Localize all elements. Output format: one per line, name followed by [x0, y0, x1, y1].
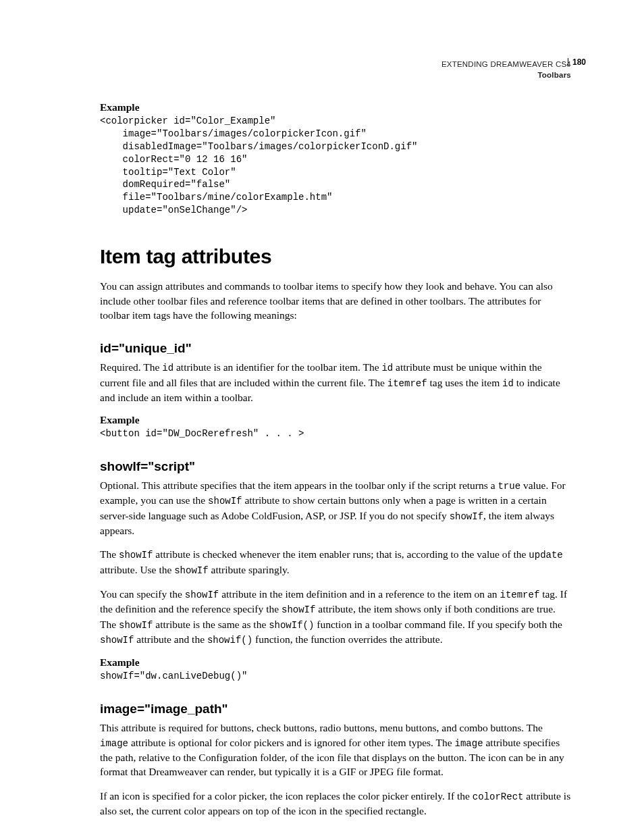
text: function in a toolbar command file. If y… — [314, 619, 562, 630]
code-inline: id — [381, 363, 393, 373]
text: If an icon is specified for a color pick… — [100, 790, 473, 802]
code-block: showIf="dw.canLiveDebug()" — [100, 670, 571, 683]
code-inline: showIf() — [269, 620, 314, 631]
text: tag uses the item — [427, 377, 503, 388]
image-paragraph-2: If an icon is specified for a color pick… — [100, 789, 571, 818]
text: attribute is optional for color pickers … — [128, 737, 455, 748]
code-inline: showIf — [208, 496, 242, 506]
code-inline: showIf — [119, 620, 153, 631]
code-inline: itemref — [500, 590, 539, 600]
code-inline: id — [162, 363, 173, 373]
code-inline: colorRect — [473, 791, 524, 802]
heading-image: image="image_path" — [100, 702, 571, 716]
text: You can specify the — [100, 588, 185, 600]
showif-paragraph-3: You can specify the showIf attribute in … — [100, 587, 571, 647]
text: attribute. Use the — [100, 564, 174, 575]
heading-item-tag-attributes: Item tag attributes — [100, 245, 571, 268]
code-inline: id — [502, 378, 514, 389]
showif-paragraph-1: Optional. This attribute specifies that … — [100, 478, 571, 538]
code-inline: showIf — [185, 590, 219, 600]
code-inline: showIf — [281, 604, 315, 615]
image-paragraph-1: This attribute is required for buttons, … — [100, 721, 571, 779]
heading-id: id="unique_id" — [100, 341, 571, 356]
example-label: Example — [100, 656, 571, 669]
code-inline: image — [455, 738, 483, 749]
text: attribute sparingly. — [209, 564, 290, 575]
content: Example <colorpicker id="Color_Example" … — [100, 101, 571, 818]
code-inline: showIf — [100, 635, 134, 646]
code-inline: image — [100, 738, 128, 749]
text: The — [100, 548, 119, 560]
text: attribute is an identifier for the toolb… — [173, 361, 381, 373]
book-title: EXTENDING DREAMWEAVER CS4 — [441, 60, 571, 68]
text: attribute is checked whenever the item e… — [153, 548, 529, 560]
running-header: EXTENDING DREAMWEAVER CS4 Toolbars — [441, 59, 571, 80]
page: 180 EXTENDING DREAMWEAVER CS4 Toolbars E… — [0, 0, 644, 834]
code-inline: true — [498, 481, 520, 492]
text: attribute and the — [134, 633, 207, 645]
text: Required. The — [100, 361, 162, 373]
code-inline: update — [529, 550, 562, 561]
code-inline: itemref — [387, 378, 427, 389]
id-paragraph: Required. The id attribute is an identif… — [100, 360, 571, 405]
showif-paragraph-2: The showIf attribute is checked whenever… — [100, 547, 571, 577]
section-title: Toolbars — [537, 71, 571, 79]
text: Optional. This attribute specifies that … — [100, 479, 498, 491]
text: This attribute is required for buttons, … — [100, 722, 543, 733]
code-inline: showif() — [207, 635, 252, 646]
code-block: <button id="DW_DocRerefresh" . . . > — [100, 427, 571, 440]
code-inline: showIf — [174, 565, 208, 576]
text: attribute is the same as the — [153, 619, 269, 630]
text: attribute in the item definition and in … — [219, 588, 500, 600]
intro-paragraph: You can assign attributes and commands t… — [100, 279, 571, 322]
text: function, the function overrides the att… — [252, 633, 443, 645]
code-block: <colorpicker id="Color_Example" image="T… — [100, 115, 571, 217]
heading-showif: showIf="script" — [100, 459, 571, 474]
code-inline: showIf — [119, 550, 153, 561]
code-inline: showIf — [450, 511, 483, 522]
example-label: Example — [100, 101, 571, 113]
example-label: Example — [100, 414, 571, 426]
